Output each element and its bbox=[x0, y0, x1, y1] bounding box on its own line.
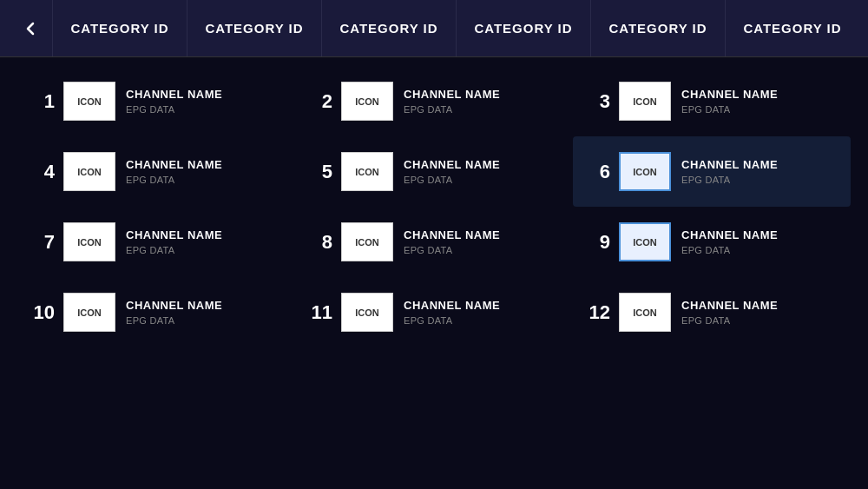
list-item[interactable]: 9 ICON CHANNEL NAME EPG DATA bbox=[573, 207, 851, 277]
channel-name: CHANNEL NAME bbox=[681, 228, 778, 241]
channel-name: CHANNEL NAME bbox=[126, 299, 222, 312]
list-item[interactable]: 7 ICON CHANNEL NAME EPG DATA bbox=[17, 207, 295, 277]
channel-info: CHANNEL NAME EPG DATA bbox=[681, 88, 778, 115]
channel-number: 12 bbox=[586, 301, 610, 324]
channel-icon: ICON bbox=[341, 293, 393, 332]
channel-icon: ICON bbox=[63, 222, 115, 261]
channel-icon: ICON bbox=[341, 152, 393, 191]
list-item[interactable]: 8 ICON CHANNEL NAME EPG DATA bbox=[295, 207, 573, 277]
channel-info: CHANNEL NAME EPG DATA bbox=[126, 228, 222, 255]
channel-number: 4 bbox=[30, 161, 55, 183]
channel-name: CHANNEL NAME bbox=[404, 88, 500, 101]
channel-number: 10 bbox=[30, 301, 55, 324]
channel-info: CHANNEL NAME EPG DATA bbox=[126, 299, 222, 326]
nav-bar: CATEGORY ID CATEGORY ID CATEGORY ID CATE… bbox=[0, 0, 868, 57]
list-item[interactable]: 4 ICON CHANNEL NAME EPG DATA bbox=[17, 136, 295, 207]
channel-epg: EPG DATA bbox=[126, 175, 222, 185]
list-item[interactable]: 1 ICON CHANNEL NAME EPG DATA bbox=[17, 66, 295, 136]
category-tab-5[interactable]: CATEGORY ID bbox=[590, 0, 725, 56]
list-item[interactable]: 5 ICON CHANNEL NAME EPG DATA bbox=[295, 136, 573, 207]
channel-info: CHANNEL NAME EPG DATA bbox=[126, 88, 222, 115]
channel-number: 9 bbox=[586, 231, 610, 254]
channel-name: CHANNEL NAME bbox=[681, 158, 778, 171]
channel-info: CHANNEL NAME EPG DATA bbox=[404, 158, 500, 185]
channel-info: CHANNEL NAME EPG DATA bbox=[404, 88, 500, 115]
channel-number: 2 bbox=[308, 90, 332, 113]
channel-number: 1 bbox=[30, 90, 55, 113]
category-tabs: CATEGORY ID CATEGORY ID CATEGORY ID CATE… bbox=[52, 0, 859, 56]
channel-info: CHANNEL NAME EPG DATA bbox=[681, 158, 778, 185]
channel-number: 11 bbox=[308, 301, 332, 324]
channel-name: CHANNEL NAME bbox=[404, 299, 500, 312]
category-tab-3[interactable]: CATEGORY ID bbox=[321, 0, 456, 56]
channel-icon: ICON bbox=[63, 152, 115, 191]
channel-icon: ICON bbox=[619, 293, 671, 332]
channel-name: CHANNEL NAME bbox=[126, 228, 222, 241]
list-item[interactable]: 3 ICON CHANNEL NAME EPG DATA bbox=[573, 66, 851, 136]
channel-epg: EPG DATA bbox=[681, 175, 778, 185]
channels-grid: 1 ICON CHANNEL NAME EPG DATA 2 ICON CHAN… bbox=[17, 66, 851, 339]
channel-name: CHANNEL NAME bbox=[681, 88, 778, 101]
channel-name: CHANNEL NAME bbox=[126, 88, 222, 101]
channel-icon: ICON bbox=[63, 293, 115, 332]
channel-number: 5 bbox=[308, 161, 332, 183]
category-tab-2[interactable]: CATEGORY ID bbox=[187, 0, 321, 56]
channel-number: 7 bbox=[30, 231, 55, 254]
channel-name: CHANNEL NAME bbox=[681, 299, 778, 312]
channel-name: CHANNEL NAME bbox=[404, 158, 500, 171]
category-tab-4[interactable]: CATEGORY ID bbox=[456, 0, 590, 56]
channel-icon: ICON bbox=[341, 222, 393, 261]
channel-number: 8 bbox=[308, 231, 332, 254]
category-tab-1[interactable]: CATEGORY ID bbox=[52, 0, 187, 56]
list-item[interactable]: 12 ICON CHANNEL NAME EPG DATA bbox=[573, 277, 851, 339]
channel-epg: EPG DATA bbox=[404, 104, 500, 115]
channel-epg: EPG DATA bbox=[126, 245, 222, 255]
channel-epg: EPG DATA bbox=[126, 104, 222, 115]
list-item[interactable]: 6 ICON CHANNEL NAME EPG DATA bbox=[573, 136, 851, 207]
channel-icon: ICON bbox=[63, 82, 115, 121]
channel-info: CHANNEL NAME EPG DATA bbox=[126, 158, 222, 185]
channel-icon: ICON bbox=[619, 152, 671, 191]
channel-epg: EPG DATA bbox=[404, 175, 500, 185]
channel-name: CHANNEL NAME bbox=[126, 158, 222, 171]
category-tab-6[interactable]: CATEGORY ID bbox=[725, 0, 859, 56]
list-item[interactable]: 11 ICON CHANNEL NAME EPG DATA bbox=[295, 277, 573, 339]
channel-info: CHANNEL NAME EPG DATA bbox=[681, 228, 778, 255]
list-item[interactable]: 10 ICON CHANNEL NAME EPG DATA bbox=[17, 277, 295, 339]
channel-icon: ICON bbox=[619, 82, 671, 121]
channel-epg: EPG DATA bbox=[681, 245, 778, 255]
channel-epg: EPG DATA bbox=[404, 245, 500, 255]
channel-number: 6 bbox=[586, 161, 610, 183]
back-button[interactable] bbox=[9, 0, 52, 56]
channel-name: CHANNEL NAME bbox=[404, 228, 500, 241]
channel-epg: EPG DATA bbox=[404, 315, 500, 326]
channel-epg: EPG DATA bbox=[126, 315, 222, 326]
list-item[interactable]: 2 ICON CHANNEL NAME EPG DATA bbox=[295, 66, 573, 136]
channel-info: CHANNEL NAME EPG DATA bbox=[681, 299, 778, 326]
channel-icon: ICON bbox=[341, 82, 393, 121]
channel-info: CHANNEL NAME EPG DATA bbox=[404, 228, 500, 255]
channel-info: CHANNEL NAME EPG DATA bbox=[404, 299, 500, 326]
channel-icon: ICON bbox=[619, 222, 671, 261]
main-content: 1 ICON CHANNEL NAME EPG DATA 2 ICON CHAN… bbox=[0, 57, 868, 489]
channel-number: 3 bbox=[586, 90, 610, 113]
channel-epg: EPG DATA bbox=[681, 104, 778, 115]
channel-epg: EPG DATA bbox=[681, 315, 778, 326]
